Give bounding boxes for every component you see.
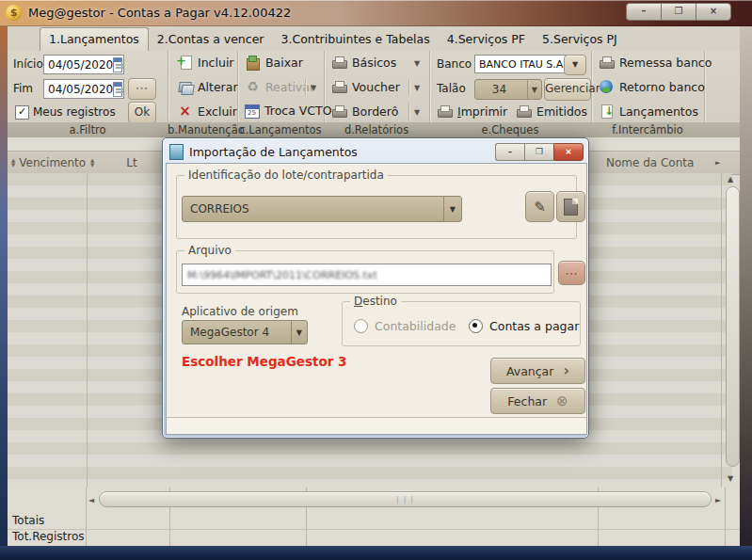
vertical-scrollbar[interactable]: ▲ ▼	[725, 173, 740, 488]
reativar-dropdown-icon[interactable]: ▼	[311, 84, 316, 92]
bordero-dropdown-icon[interactable]: ▼	[414, 108, 420, 117]
minimize-icon[interactable]: –	[626, 3, 661, 21]
bordero-button[interactable]: Borderô	[331, 104, 398, 119]
banco-label: Banco	[437, 57, 472, 71]
aplicativo-combobox[interactable]: MegaGestor 4 ▼	[182, 320, 308, 344]
retorno-banco-button[interactable]: Retorno banco	[599, 79, 705, 94]
radio-selected-icon[interactable]	[469, 319, 483, 333]
totais-label: Totais	[12, 514, 44, 527]
delete-x-icon: ×	[177, 104, 193, 119]
tab-lancamentos[interactable]: 1.Lançamentos	[40, 27, 149, 51]
browse-file-button[interactable]: •••	[558, 261, 585, 285]
banco-combobox[interactable]: BANCO ITAU S.A.	[474, 55, 567, 73]
more-dates-button[interactable]: •••	[128, 78, 156, 100]
banco-dropdown-icon[interactable]: ▼	[564, 55, 586, 75]
radio-contas-a-pagar-label: Contas a pagar	[489, 319, 579, 333]
dialog-maximize-icon[interactable]: ❐	[524, 143, 553, 161]
intercambio-lancamentos-button[interactable]: Lançamentos	[599, 104, 698, 119]
ribbon: Início 04/05/2020 Fim 04/05/2020 ••• ✓ M…	[8, 51, 740, 122]
edit-lote-button[interactable]: ✎	[525, 191, 554, 222]
window-controls: – ❐ ×	[626, 3, 731, 21]
tab-contribuintes-e-tabelas[interactable]: 3.Contribuintes e Tabelas	[272, 28, 438, 51]
voucher-label: Voucher	[352, 80, 400, 94]
tab-servicos-pf[interactable]: 4.Serviços PF	[439, 28, 534, 51]
inicio-date-value[interactable]: 04/05/2020	[44, 58, 113, 72]
scroll-up-icon[interactable]: ▲	[728, 175, 733, 184]
main-tabbar: 1.Lançamentos 2.Contas a vencer 3.Contri…	[8, 26, 740, 52]
meus-registros-checkbox[interactable]: ✓	[15, 105, 29, 120]
dialog-status-bar	[166, 417, 587, 435]
radio-contas-a-pagar[interactable]: Contas a pagar	[469, 319, 579, 333]
add-document-icon	[177, 55, 193, 70]
avancar-label: Avançar	[506, 364, 553, 378]
tab-servicos-pj[interactable]: 5.Serviços PJ	[534, 28, 626, 51]
imprimir-button[interactable]: Imprimir	[437, 104, 507, 119]
col-nome-header[interactable]: Nome da Conta	[606, 152, 694, 174]
sort-icon[interactable]: ▲▼	[90, 158, 94, 168]
calendar-icon[interactable]	[113, 57, 122, 72]
basicos-button[interactable]: Básicos	[331, 55, 396, 70]
window-frame-left	[0, 26, 8, 546]
dialog-minimize-icon[interactable]: –	[495, 143, 524, 161]
section-lancamentos: c.Lançamentos	[237, 122, 324, 137]
new-lote-button[interactable]	[556, 191, 585, 222]
aplicativo-dropdown-icon[interactable]: ▼	[291, 321, 307, 344]
remessa-banco-label: Remessa banco	[619, 56, 712, 70]
remessa-banco-button[interactable]: Remessa banco	[599, 55, 712, 70]
fechar-label: Fechar	[507, 394, 547, 408]
divider	[8, 529, 740, 530]
printer-icon	[331, 79, 347, 94]
inicio-label: Início	[13, 57, 43, 71]
dialog-titlebar[interactable]: Importação de Lançamentos – ❐ ×	[166, 140, 585, 163]
scroll-left-icon[interactable]: ◄	[88, 496, 94, 504]
radio-icon[interactable]	[354, 319, 368, 333]
import-document-icon	[599, 104, 615, 119]
alterar-button[interactable]: Alterar	[177, 79, 238, 94]
fim-date-field[interactable]: 04/05/2020	[43, 79, 124, 99]
recycle-icon: ♻	[245, 79, 261, 94]
annotation-text: Escolher MegaGestor 3	[182, 354, 346, 369]
horizontal-scrollbar[interactable]: ❘❘❘	[99, 491, 712, 507]
inicio-date-field[interactable]: 04/05/2020	[43, 55, 124, 74]
scrollbar-grip: ❘❘❘	[394, 495, 416, 504]
tab-contas-a-vencer[interactable]: 2.Contas a vencer	[149, 28, 273, 51]
excluir-button[interactable]: × Excluir	[177, 104, 237, 119]
ok-button[interactable]: Ok	[128, 102, 156, 123]
baixar-button[interactable]: Baixar	[245, 55, 303, 70]
reativar-button[interactable]: ♻ Reativar	[245, 79, 314, 94]
arquivo-input[interactable]: M:\9964\IMPORT\2011\CORREIOS.txt	[182, 264, 552, 286]
dialog-body: Identificação do lote/contrapartida CORR…	[166, 163, 587, 419]
column-scroll-right-icon[interactable]: ►	[715, 159, 720, 167]
col-vencimento-header[interactable]: ▲▼ Vencimento	[11, 152, 86, 174]
calendar-icon[interactable]	[113, 82, 122, 97]
sort-icon[interactable]: ▲▼	[11, 158, 15, 168]
emitidos-button[interactable]: Emitidos	[516, 104, 587, 119]
imprimir-label: Imprimir	[457, 104, 507, 119]
scroll-right-icon[interactable]: ►	[715, 496, 721, 504]
dialog-close-icon[interactable]: ×	[553, 143, 584, 161]
maximize-icon[interactable]: ❐	[661, 3, 696, 21]
section-intercambio: f.Intercâmbio	[591, 122, 704, 137]
radio-contabilidade[interactable]: Contabilidade	[354, 319, 456, 333]
dialog-title: Importação de Lançamentos	[189, 145, 358, 159]
troca-vcto-button[interactable]: Troca VCTO	[245, 104, 332, 118]
lote-combobox[interactable]: CORREIOS ▼	[182, 196, 462, 222]
incluir-button[interactable]: Incluir	[177, 55, 234, 70]
troca-vcto-label: Troca VCTO	[264, 104, 332, 118]
voucher-dropdown-icon[interactable]: ▼	[414, 84, 420, 92]
fechar-button[interactable]: Fechar ⊗	[490, 388, 585, 414]
horizontal-scrollbar-thumb[interactable]: ❘❘❘	[99, 491, 712, 507]
destino-groupbox: Destino Contabilidade Contas a pagar	[342, 301, 581, 346]
talao-dropdown-icon[interactable]: ▼	[527, 80, 541, 99]
col-lt-header[interactable]: ▲▼ Lt	[90, 152, 137, 174]
avancar-button[interactable]: Avançar ›	[490, 358, 585, 384]
scroll-down-icon[interactable]: ▼	[728, 474, 733, 483]
fim-date-value[interactable]: 04/05/2020	[44, 83, 113, 96]
talao-combobox[interactable]: 34 ▼	[474, 79, 542, 100]
voucher-button[interactable]: Voucher	[331, 79, 400, 94]
basicos-dropdown-icon[interactable]: ▼	[414, 59, 420, 68]
lote-dropdown-icon[interactable]: ▼	[443, 197, 461, 221]
gerenciar-button[interactable]: Gerenciar	[544, 78, 591, 101]
close-icon[interactable]: ×	[696, 3, 731, 21]
vertical-scrollbar-thumb[interactable]	[726, 186, 740, 467]
